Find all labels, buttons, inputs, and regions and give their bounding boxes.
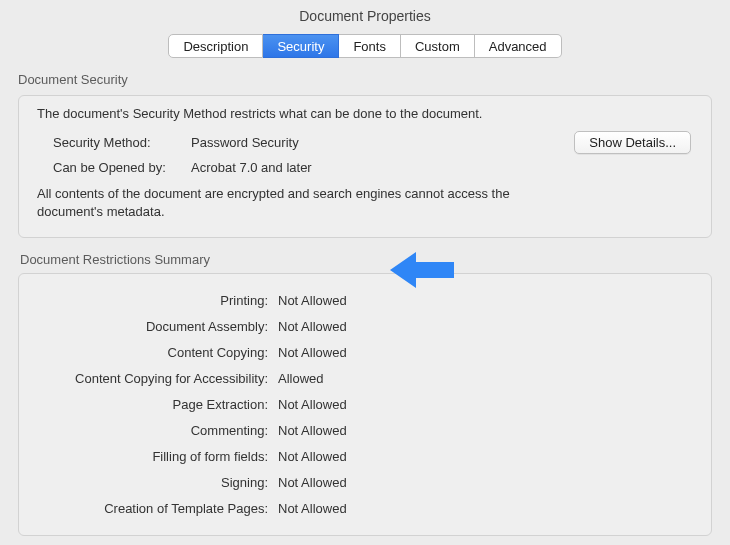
- restriction-label: Page Extraction:: [33, 397, 278, 412]
- tab-description[interactable]: Description: [168, 34, 263, 58]
- restriction-page-extraction: Page Extraction: Not Allowed: [33, 397, 697, 412]
- restriction-value: Not Allowed: [278, 501, 347, 516]
- security-method-label: Security Method:: [33, 135, 183, 150]
- security-note: All contents of the document are encrypt…: [37, 185, 557, 221]
- restriction-value: Not Allowed: [278, 345, 347, 360]
- tab-advanced[interactable]: Advanced: [475, 34, 562, 58]
- security-intro: The document's Security Method restricts…: [37, 106, 697, 121]
- window-title: Document Properties: [0, 0, 730, 28]
- restriction-printing: Printing: Not Allowed: [33, 293, 697, 308]
- restriction-label: Content Copying:: [33, 345, 278, 360]
- security-method-row: Security Method: Password Security Show …: [33, 131, 697, 154]
- restriction-label: Signing:: [33, 475, 278, 490]
- opened-by-row: Can be Opened by: Acrobat 7.0 and later: [33, 160, 697, 175]
- restrictions-section-title: Document Restrictions Summary: [20, 252, 712, 267]
- restriction-value: Not Allowed: [278, 397, 347, 412]
- restriction-document-assembly: Document Assembly: Not Allowed: [33, 319, 697, 334]
- security-section-title: Document Security: [18, 72, 730, 87]
- restriction-value: Not Allowed: [278, 475, 347, 490]
- restriction-label: Commenting:: [33, 423, 278, 438]
- opened-by-value: Acrobat 7.0 and later: [191, 160, 312, 175]
- tab-custom[interactable]: Custom: [401, 34, 475, 58]
- opened-by-label: Can be Opened by:: [33, 160, 183, 175]
- restriction-value: Not Allowed: [278, 293, 347, 308]
- tab-security[interactable]: Security: [263, 34, 339, 58]
- restriction-value: Not Allowed: [278, 449, 347, 464]
- restriction-label: Document Assembly:: [33, 319, 278, 334]
- restriction-label: Filling of form fields:: [33, 449, 278, 464]
- restriction-content-copying: Content Copying: Not Allowed: [33, 345, 697, 360]
- security-panel: The document's Security Method restricts…: [18, 95, 712, 238]
- restriction-label: Printing:: [33, 293, 278, 308]
- restriction-value: Not Allowed: [278, 319, 347, 334]
- document-properties-window: Document Properties Description Security…: [0, 0, 730, 545]
- security-method-value: Password Security: [191, 135, 299, 150]
- restrictions-section: Document Restrictions Summary Printing: …: [18, 252, 712, 536]
- restriction-label: Content Copying for Accessibility:: [33, 371, 278, 386]
- restriction-value: Not Allowed: [278, 423, 347, 438]
- restrictions-panel: Printing: Not Allowed Document Assembly:…: [18, 273, 712, 536]
- restriction-template-pages: Creation of Template Pages: Not Allowed: [33, 501, 697, 516]
- tab-fonts[interactable]: Fonts: [339, 34, 401, 58]
- restriction-label: Creation of Template Pages:: [33, 501, 278, 516]
- restriction-signing: Signing: Not Allowed: [33, 475, 697, 490]
- tab-bar: Description Security Fonts Custom Advanc…: [0, 34, 730, 58]
- restriction-value: Allowed: [278, 371, 324, 386]
- show-details-button[interactable]: Show Details...: [574, 131, 691, 154]
- restriction-filling-form-fields: Filling of form fields: Not Allowed: [33, 449, 697, 464]
- restriction-content-copying-accessibility: Content Copying for Accessibility: Allow…: [33, 371, 697, 386]
- restriction-commenting: Commenting: Not Allowed: [33, 423, 697, 438]
